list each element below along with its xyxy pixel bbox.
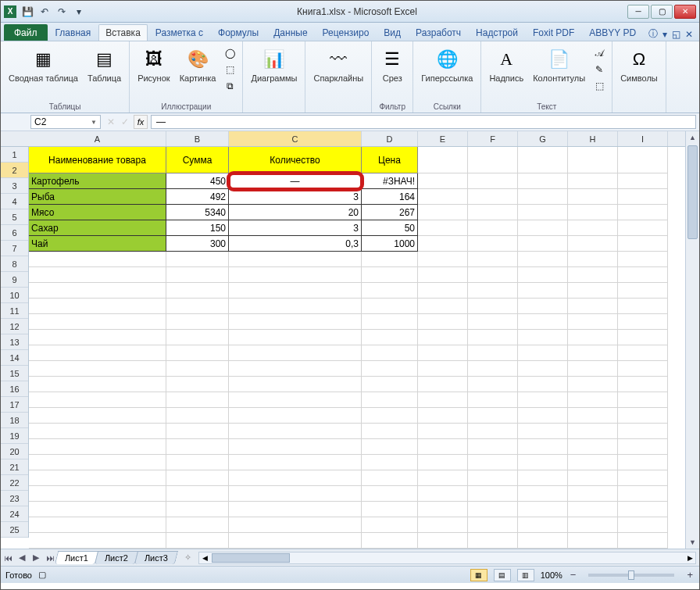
- cell-I10[interactable]: [618, 299, 668, 314]
- cell-G2[interactable]: [518, 173, 568, 189]
- name-box-input[interactable]: [34, 116, 81, 127]
- cell-B24[interactable]: [166, 517, 229, 533]
- cell-A4[interactable]: Мясо: [29, 205, 166, 220]
- cell-A8[interactable]: [29, 267, 166, 283]
- cell-H24[interactable]: [568, 517, 618, 533]
- cell-G4[interactable]: [518, 205, 568, 220]
- tab-foxit[interactable]: Foxit PDF: [526, 24, 581, 41]
- cell-G13[interactable]: [518, 345, 568, 361]
- cell-I13[interactable]: [618, 345, 668, 361]
- cell-I16[interactable]: [618, 392, 668, 408]
- cell-B21[interactable]: [166, 470, 229, 486]
- cell-E24[interactable]: [418, 517, 468, 533]
- cell-C13[interactable]: [229, 345, 362, 361]
- cell-C15[interactable]: [229, 377, 362, 392]
- cell-C12[interactable]: [229, 330, 362, 345]
- tab-data[interactable]: Данные: [266, 24, 314, 41]
- row-header-4[interactable]: 4: [1, 194, 28, 209]
- cell-E12[interactable]: [418, 330, 468, 345]
- tab-home[interactable]: Главная: [48, 24, 98, 41]
- clipart-button[interactable]: 🎨Картинка: [177, 45, 220, 84]
- cell-F18[interactable]: [468, 424, 518, 439]
- smartart-button[interactable]: ⬚: [222, 62, 238, 77]
- col-header-A[interactable]: A: [29, 131, 166, 146]
- cell-D5[interactable]: 50: [362, 220, 418, 236]
- row-header-23[interactable]: 23: [1, 491, 28, 506]
- row-header-24[interactable]: 24: [1, 506, 28, 522]
- cell-F24[interactable]: [468, 517, 518, 533]
- cell-D15[interactable]: [362, 377, 418, 392]
- cell-G24[interactable]: [518, 517, 568, 533]
- cell-C10[interactable]: [229, 299, 362, 314]
- cell-E5[interactable]: [418, 220, 468, 236]
- row-header-13[interactable]: 13: [1, 334, 28, 350]
- cell-H14[interactable]: [568, 361, 618, 377]
- minimize-ribbon-icon[interactable]: ▾: [662, 29, 667, 40]
- namebox-dropdown-icon[interactable]: ▼: [91, 119, 97, 126]
- row-header-11[interactable]: 11: [1, 303, 28, 319]
- cell-I19[interactable]: [618, 439, 668, 455]
- cell-G15[interactable]: [518, 377, 568, 392]
- cell-A24[interactable]: [29, 517, 166, 533]
- cell-H11[interactable]: [568, 314, 618, 330]
- zoom-in-button[interactable]: +: [685, 569, 695, 581]
- cell-F17[interactable]: [468, 408, 518, 424]
- pivot-table-button[interactable]: ▦Сводная таблица: [5, 45, 81, 84]
- cell-H13[interactable]: [568, 345, 618, 361]
- cell-C19[interactable]: [229, 439, 362, 455]
- sparklines-button[interactable]: 〰Спарклайны: [310, 45, 366, 84]
- cell-D4[interactable]: 267: [362, 205, 418, 220]
- cell-G10[interactable]: [518, 299, 568, 314]
- wordart-button[interactable]: 𝒜: [591, 45, 607, 61]
- fx-button[interactable]: fx: [134, 115, 148, 129]
- help-icon[interactable]: ⓘ: [648, 27, 658, 41]
- pagebreak-view-button[interactable]: ▥: [517, 569, 534, 581]
- cell-I1[interactable]: [618, 147, 668, 173]
- cell-F12[interactable]: [468, 330, 518, 345]
- cell-B18[interactable]: [166, 424, 229, 439]
- cell-E19[interactable]: [418, 439, 468, 455]
- cell-C16[interactable]: [229, 392, 362, 408]
- cell-C14[interactable]: [229, 361, 362, 377]
- cell-F6[interactable]: [468, 236, 518, 252]
- shapes-button[interactable]: ◯: [222, 45, 238, 61]
- cell-H9[interactable]: [568, 283, 618, 299]
- cell-H10[interactable]: [568, 299, 618, 314]
- cell-B4[interactable]: 5340: [166, 205, 229, 220]
- cell-G22[interactable]: [518, 486, 568, 502]
- sheet-nav-first[interactable]: ⏮: [1, 551, 15, 565]
- sheet-tab-2[interactable]: Лист2: [95, 551, 138, 564]
- cell-H5[interactable]: [568, 220, 618, 236]
- cell-F8[interactable]: [468, 267, 518, 283]
- cell-F9[interactable]: [468, 283, 518, 299]
- cell-B5[interactable]: 150: [166, 220, 229, 236]
- cell-E7[interactable]: [418, 252, 468, 267]
- cell-A18[interactable]: [29, 424, 166, 439]
- cell-B7[interactable]: [166, 252, 229, 267]
- cell-D19[interactable]: [362, 439, 418, 455]
- scroll-right-icon[interactable]: ▶: [684, 552, 695, 563]
- enter-icon[interactable]: ✓: [118, 115, 132, 129]
- cell-F1[interactable]: [468, 147, 518, 173]
- textbox-button[interactable]: AНадпись: [486, 45, 527, 84]
- cell-G12[interactable]: [518, 330, 568, 345]
- row-header-19[interactable]: 19: [1, 428, 28, 444]
- cell-B15[interactable]: [166, 377, 229, 392]
- cell-D23[interactable]: [362, 502, 418, 517]
- cell-H2[interactable]: [568, 173, 618, 189]
- row-header-12[interactable]: 12: [1, 319, 28, 334]
- cell-D12[interactable]: [362, 330, 418, 345]
- cell-B10[interactable]: [166, 299, 229, 314]
- cell-F22[interactable]: [468, 486, 518, 502]
- row-header-3[interactable]: 3: [1, 178, 28, 194]
- cell-B19[interactable]: [166, 439, 229, 455]
- tab-formulas[interactable]: Формулы: [211, 24, 266, 41]
- scroll-left-icon[interactable]: ◀: [199, 552, 210, 563]
- normal-view-button[interactable]: ▦: [470, 569, 488, 581]
- slicer-button[interactable]: ☰Срез: [377, 45, 408, 84]
- tab-pagelayout[interactable]: Разметка с: [148, 24, 210, 41]
- new-sheet-button[interactable]: ✧: [180, 552, 195, 564]
- cell-I12[interactable]: [618, 330, 668, 345]
- sheet-nav-prev[interactable]: ◀: [15, 551, 29, 565]
- cell-B1[interactable]: Сумма: [166, 147, 229, 173]
